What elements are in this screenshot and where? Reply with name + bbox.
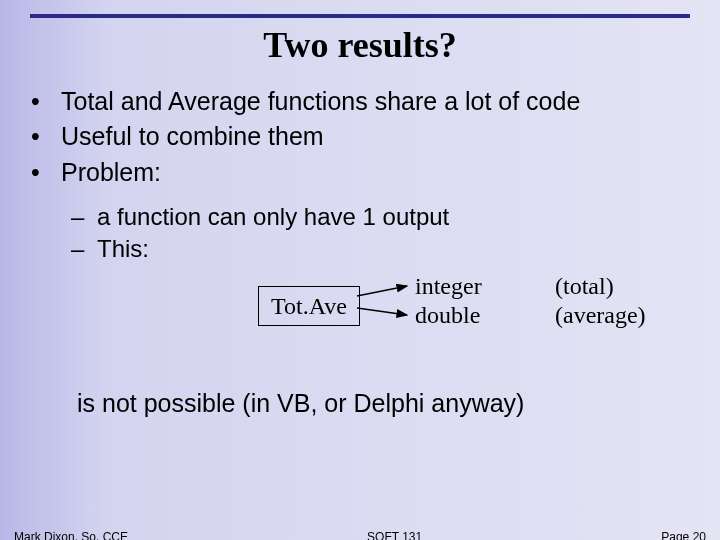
conclusion-text: is not possible (in VB, or Delphi anyway… [25, 388, 695, 419]
arrow-bottom [357, 308, 407, 315]
slide-title: Two results? [20, 24, 700, 68]
anno-average: (average) [555, 301, 646, 330]
footer-right: Page 20 [661, 530, 706, 540]
bullet-2: • Useful to combine them [25, 121, 695, 152]
annotation-labels: (total) (average) [555, 272, 646, 330]
bullet-text: Total and Average functions share a lot … [61, 86, 695, 117]
top-rule [30, 14, 690, 18]
bullet-3: • Problem: [25, 157, 695, 188]
bullet-dot: • [25, 86, 61, 117]
type-integer: integer [415, 272, 482, 301]
bullet-text: Useful to combine them [61, 121, 695, 152]
type-labels: integer double [415, 272, 482, 330]
bullet-dot: • [25, 121, 61, 152]
footer-left: Mark Dixon, So. CCE [14, 530, 128, 540]
diagram: Tot.Ave integer double (total) (average) [25, 268, 695, 358]
dash: – [71, 234, 97, 264]
bullet-text: Problem: [61, 157, 695, 188]
bullet-1: • Total and Average functions share a lo… [25, 86, 695, 117]
arrow-top [357, 286, 407, 296]
sub-bullet-2: – This: [25, 234, 695, 264]
sub-bullet-1: – a function can only have 1 output [25, 202, 695, 232]
type-double: double [415, 301, 482, 330]
footer: Mark Dixon, So. CCE SOFT 131 Page 20 [0, 530, 720, 540]
footer-center: SOFT 131 [367, 530, 422, 540]
anno-total: (total) [555, 272, 646, 301]
dash: – [71, 202, 97, 232]
sub-bullet-text: a function can only have 1 output [97, 202, 695, 232]
slide: Two results? • Total and Average functio… [0, 14, 720, 540]
content-area: • Total and Average functions share a lo… [20, 68, 700, 419]
sub-bullet-text: This: [97, 234, 695, 264]
bullet-dot: • [25, 157, 61, 188]
